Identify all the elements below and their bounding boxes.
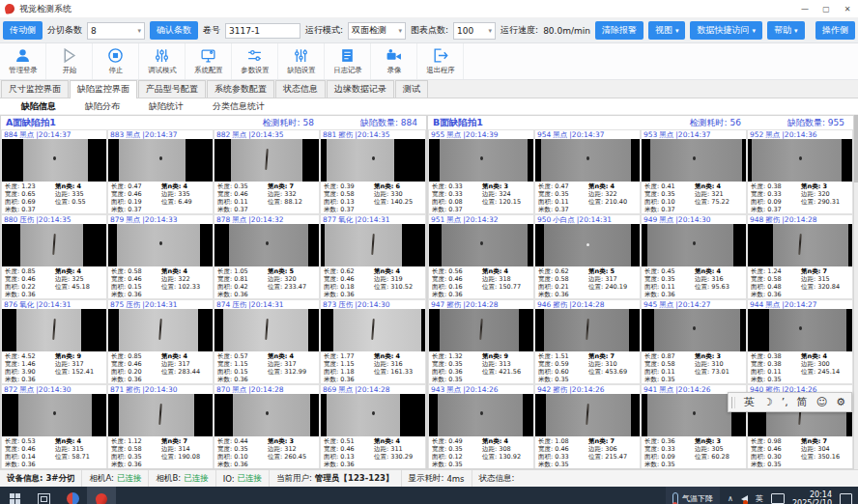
roll-number-input[interactable] bbox=[225, 23, 300, 39]
defect-cell[interactable]: 951 黑点 |20:14:32 长度: 0.56 宽度: 0.46 面积: 0… bbox=[428, 214, 534, 299]
confirm-count-button[interactable]: 确认条数 bbox=[150, 21, 198, 40]
defect-image[interactable] bbox=[642, 139, 746, 182]
taskbar-app-1[interactable] bbox=[58, 487, 87, 504]
defect-image[interactable] bbox=[214, 394, 319, 436]
defect-image[interactable] bbox=[108, 224, 213, 266]
ime-half-full-moon-icon[interactable]: ☽ bbox=[763, 397, 773, 407]
defect-cell[interactable]: 953 黑点 |20:14:37 长度: 0.41 宽度: 0.35 面积: 0… bbox=[641, 129, 747, 214]
play-toolbar-button[interactable]: 开始 bbox=[46, 43, 93, 79]
run-mode-select[interactable]: 双面检测 ▾ bbox=[348, 22, 406, 40]
log-toolbar-button[interactable]: 日志记录 bbox=[325, 43, 371, 79]
input-language-indicator[interactable]: 英 bbox=[756, 493, 763, 504]
defect-image[interactable] bbox=[642, 309, 746, 351]
subtab-0[interactable]: 缺陷信息 bbox=[8, 99, 70, 114]
operator-side-button[interactable]: 操作侧 bbox=[815, 21, 855, 40]
defect-image[interactable] bbox=[108, 309, 213, 351]
tab-4[interactable]: 状态信息 bbox=[275, 80, 326, 98]
defect-cell[interactable]: 954 黑点 |20:14:37 长度: 0.47 宽度: 0.35 面积: 0… bbox=[534, 129, 641, 214]
taskbar-app-2-active[interactable] bbox=[87, 487, 116, 504]
defect-cell[interactable]: 945 黑点 |20:14:27 长度: 0.87 宽度: 0.58 面积: 0… bbox=[641, 299, 747, 384]
defect-cell[interactable]: 879 黑点 |20:14:33 长度: 0.58 宽度: 0.46 面积: 0… bbox=[107, 214, 214, 299]
ime-drag-handle-icon[interactable] bbox=[731, 397, 735, 408]
defect-image[interactable] bbox=[748, 139, 852, 182]
defect-cell[interactable]: 952 黑点 |20:14:36 长度: 0.38 宽度: 0.33 面积: 0… bbox=[747, 129, 853, 214]
defect-image[interactable] bbox=[321, 224, 425, 266]
start-button[interactable] bbox=[0, 487, 29, 504]
defect-image[interactable] bbox=[429, 309, 533, 351]
defect-image[interactable] bbox=[535, 139, 640, 182]
defect-image[interactable] bbox=[321, 309, 425, 351]
defect-cell[interactable]: 946 擦伤 |20:14:28 长度: 1.51 宽度: 0.59 面积: 0… bbox=[534, 299, 641, 384]
scrollbar-thumb[interactable] bbox=[854, 115, 858, 182]
defect-image[interactable] bbox=[429, 394, 533, 436]
defect-cell[interactable]: 955 黑点 |20:14:39 长度: 0.33 宽度: 0.33 面积: 0… bbox=[428, 129, 534, 214]
defect-image[interactable] bbox=[108, 394, 213, 436]
defect-image[interactable] bbox=[2, 309, 106, 351]
defect-image[interactable] bbox=[748, 309, 852, 351]
defect-cell[interactable]: 942 擦伤 |20:14:26 长度: 1.08 宽度: 0.46 面积: 0… bbox=[534, 384, 641, 469]
sliders-h-toolbar-button[interactable]: 参数设置 bbox=[232, 43, 278, 79]
weather-widget[interactable]: 气温下降 bbox=[666, 487, 720, 504]
ime-settings-gear-icon[interactable]: ⚙ bbox=[836, 397, 845, 407]
subtab-1[interactable]: 缺陷分布 bbox=[72, 99, 133, 114]
defect-cell[interactable]: 947 擦伤 |20:14:28 长度: 1.32 宽度: 0.35 面积: 0… bbox=[428, 299, 534, 384]
drive-side-button[interactable]: 传动侧 bbox=[3, 21, 43, 40]
defect-image[interactable] bbox=[429, 224, 533, 266]
defect-cell[interactable]: 876 氧化 |20:14:31 长度: 4.52 宽度: 1.46 面积: 3… bbox=[1, 299, 107, 384]
data-quick-access-button[interactable]: 数据快捷访问 ▾ bbox=[690, 21, 762, 40]
stop-toolbar-button[interactable]: 停止 bbox=[93, 43, 139, 79]
volume-icon[interactable] bbox=[741, 495, 748, 503]
task-view-button[interactable] bbox=[29, 487, 58, 504]
defect-cell[interactable]: 872 黑点 |20:14:30 长度: 0.53 宽度: 0.46 面积: 0… bbox=[1, 384, 107, 469]
defect-image[interactable] bbox=[535, 309, 640, 351]
defect-image[interactable] bbox=[214, 309, 319, 351]
defect-cell[interactable]: 871 擦伤 |20:14:30 长度: 1.12 宽度: 0.58 面积: 0… bbox=[107, 384, 214, 469]
defect-image[interactable] bbox=[2, 224, 106, 266]
tune-toolbar-button[interactable]: 调试模式 bbox=[139, 43, 186, 79]
help-menu-button[interactable]: 帮助 ▾ bbox=[767, 21, 805, 40]
tab-5[interactable]: 边缘数据记录 bbox=[327, 80, 394, 98]
defect-cell[interactable]: 884 黑点 |20:14:37 长度: 1.23 宽度: 0.65 面积: 0… bbox=[1, 129, 107, 214]
defect-image[interactable] bbox=[214, 224, 319, 266]
tray-expand-icon[interactable]: ∧ bbox=[728, 494, 733, 503]
monitor-toolbar-button[interactable]: 系统配置 bbox=[186, 43, 232, 79]
defect-cell[interactable]: 870 黑点 |20:14:28 长度: 0.44 宽度: 0.35 面积: 0… bbox=[214, 384, 320, 469]
defect-image[interactable] bbox=[535, 224, 640, 266]
ime-emoji-icon[interactable]: ☺ bbox=[816, 397, 827, 407]
defect-image[interactable] bbox=[108, 139, 213, 182]
defect-cell[interactable]: 869 黑点 |20:14:28 长度: 0.51 宽度: 0.46 面积: 0… bbox=[320, 384, 426, 469]
defect-cell[interactable]: 948 擦伤 |20:14:28 长度: 1.24 宽度: 0.58 面积: 0… bbox=[747, 214, 853, 299]
tab-3[interactable]: 系统参数配置 bbox=[207, 80, 274, 98]
clear-alarm-button[interactable]: 清除报警 bbox=[595, 21, 644, 40]
defect-cell[interactable]: 877 氧化 |20:14:31 长度: 0.62 宽度: 0.46 面积: 0… bbox=[320, 214, 426, 299]
defect-cell[interactable]: 881 擦伤 |20:14:35 长度: 0.39 宽度: 0.58 面积: 0… bbox=[320, 129, 426, 214]
defect-cell[interactable]: 949 黑点 |20:14:30 长度: 0.45 宽度: 0.35 面积: 0… bbox=[641, 214, 747, 299]
defect-image[interactable] bbox=[214, 139, 319, 182]
tab-6[interactable]: 测试 bbox=[395, 80, 428, 98]
ime-simplified-chinese-icon[interactable]: 简 bbox=[797, 397, 808, 407]
touch-keyboard-icon[interactable] bbox=[771, 493, 785, 504]
sliders-v-toolbar-button[interactable]: 缺陷设置 bbox=[278, 43, 325, 79]
tab-0[interactable]: 尺寸监控界面 bbox=[1, 80, 69, 98]
defect-image[interactable] bbox=[2, 394, 106, 436]
defect-cell[interactable]: 883 黑点 |20:14:37 长度: 0.47 宽度: 0.46 面积: 0… bbox=[107, 129, 214, 214]
exit-toolbar-button[interactable]: 退出程序 bbox=[417, 43, 464, 79]
maximize-icon[interactable]: ▢ bbox=[815, 1, 837, 16]
defect-cell[interactable]: 873 压伤 |20:14:30 长度: 1.77 宽度: 1.15 面积: 1… bbox=[320, 299, 426, 384]
tab-1[interactable]: 缺陷监控界面 bbox=[70, 80, 137, 98]
subtab-3[interactable]: 分类信息统计 bbox=[199, 99, 278, 114]
defect-cell[interactable]: 880 压伤 |20:14:35 长度: 0.85 宽度: 0.46 面积: 0… bbox=[1, 214, 107, 299]
defect-image[interactable] bbox=[429, 139, 533, 182]
defect-image[interactable] bbox=[535, 394, 640, 436]
ime-input-mode-icon[interactable]: 英 bbox=[744, 397, 755, 407]
defect-cell[interactable]: 878 黑点 |20:14:32 长度: 1.05 宽度: 0.81 面积: 0… bbox=[214, 214, 320, 299]
defect-cell[interactable]: 882 黑点 |20:14:35 长度: 0.35 宽度: 0.46 面积: 0… bbox=[214, 129, 320, 214]
tab-2[interactable]: 产品型号配置 bbox=[138, 80, 206, 98]
video-toolbar-button[interactable]: 录像 bbox=[371, 43, 417, 79]
subtab-2[interactable]: 缺陷统计 bbox=[135, 99, 197, 114]
ime-toolbar[interactable]: 英☽’,简☺⚙ bbox=[728, 392, 852, 412]
vertical-scrollbar[interactable] bbox=[854, 115, 858, 469]
defect-cell[interactable]: 875 压伤 |20:14:31 长度: 0.85 宽度: 0.46 面积: 0… bbox=[107, 299, 214, 384]
action-center-icon[interactable] bbox=[840, 493, 852, 504]
minimize-icon[interactable]: — bbox=[794, 1, 815, 16]
